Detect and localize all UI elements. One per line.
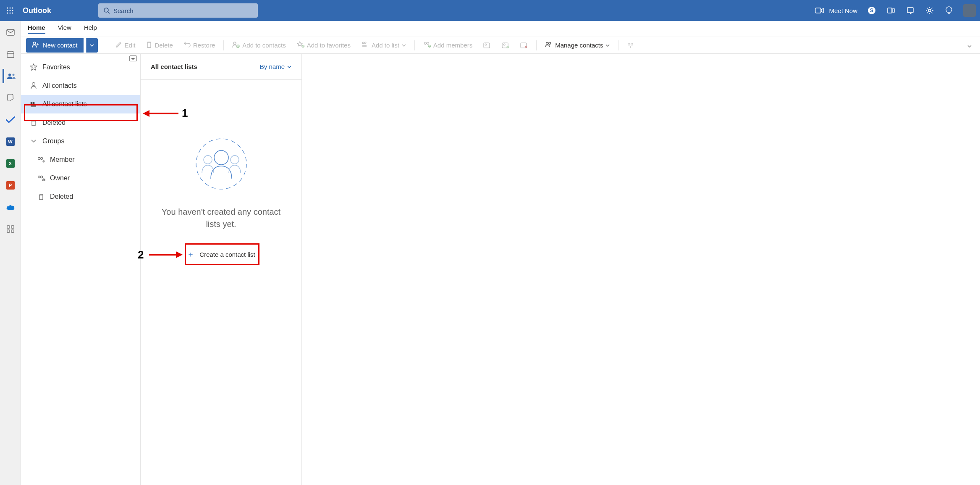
new-contact-label: New contact [43,42,78,49]
star-plus-icon [297,41,304,49]
people-list-icon [362,42,369,49]
rail-calendar-icon[interactable] [3,47,18,61]
trash-icon [29,119,38,126]
rail-files-icon[interactable] [3,91,18,105]
lightbulb-icon[interactable] [944,5,954,16]
reading-pane [302,54,980,485]
person-icon [29,82,38,90]
nav-all-contacts[interactable]: All contacts [21,76,140,95]
toolbar-overflow[interactable] [964,42,975,49]
rail-people-icon[interactable] [3,69,17,83]
skype-icon[interactable]: S [867,5,877,16]
list-pane: All contact lists By name [141,54,302,485]
svg-point-9 [104,8,108,12]
svg-point-32 [12,74,14,76]
create-contact-list-button[interactable]: ＋ Create a contact list [181,247,262,261]
nav-groups[interactable]: Groups [21,132,140,150]
nav-all-contact-lists[interactable]: All contact lists [21,95,140,113]
svg-rect-35 [7,230,10,232]
svg-line-25 [932,8,933,9]
owner-icon [37,175,45,181]
app-launcher-icon[interactable] [4,5,16,16]
svg-point-82 [231,156,239,164]
svg-line-22 [927,8,928,9]
svg-rect-58 [502,43,508,48]
svg-point-66 [628,43,630,45]
member-icon [37,157,45,163]
search-box[interactable] [98,3,258,18]
list-title: All contact lists [151,63,197,70]
svg-point-60 [507,46,508,48]
nav-owner[interactable]: Owner [21,169,140,187]
nav-deleted[interactable]: Deleted [21,113,140,132]
notes-icon[interactable] [905,5,915,16]
star-icon [29,63,38,71]
new-contact-split[interactable] [86,38,98,53]
meet-now-button[interactable]: Meet Now [815,5,857,16]
svg-line-24 [927,13,928,13]
collapse-nav-icon[interactable]: ◂▸ [129,55,137,61]
undo-icon [184,42,191,49]
svg-point-65 [549,42,551,45]
manage-contacts-button[interactable]: Manage contacts [541,42,614,49]
svg-rect-14 [888,8,892,13]
person-plus-icon [232,41,240,49]
contacts-illustration-icon [192,134,251,193]
svg-rect-11 [815,8,821,13]
settings-icon[interactable] [925,5,935,16]
add-to-contacts-button: Add to contacts [228,41,290,49]
tab-home[interactable]: Home [28,24,45,34]
rail-todo-icon[interactable] [3,113,18,127]
app-rail: W X P [0,21,21,485]
nav-favorites[interactable]: Favorites [21,58,140,76]
rail-more-apps-icon[interactable] [3,222,18,236]
new-contact-button[interactable]: New contact [26,38,84,53]
trash-icon [146,41,152,49]
svg-point-78 [41,176,43,178]
svg-point-52 [427,42,429,45]
svg-point-47 [362,42,364,44]
svg-rect-34 [11,226,14,228]
svg-rect-36 [11,230,14,232]
add-to-list-button: Add to list [357,42,410,49]
teams-icon[interactable] [886,5,896,16]
people-list-icon [29,101,38,107]
plus-icon: ＋ [187,250,194,258]
svg-point-7 [10,13,11,14]
svg-text:S: S [870,8,873,13]
svg-point-51 [424,42,426,45]
svg-point-80 [214,150,228,165]
search-input[interactable] [113,7,253,14]
profile-avatar[interactable] [963,4,976,17]
rail-mail-icon[interactable] [3,25,18,40]
svg-point-17 [928,9,931,12]
nav-member[interactable]: Member [21,150,140,169]
folder-nav: ◂▸ Favorites All contacts All contact li… [21,54,141,485]
tab-view[interactable]: View [58,24,71,34]
svg-point-6 [7,13,8,14]
svg-point-0 [7,8,8,9]
svg-rect-56 [484,43,490,48]
sort-button[interactable]: By name [260,63,291,70]
svg-point-59 [503,44,505,45]
ribbon-toolbar: New contact Edit Delete Restore Add to [21,37,980,54]
rail-word-icon[interactable]: W [3,134,18,149]
rail-excel-icon[interactable]: X [3,156,18,171]
video-icon [815,5,825,16]
trash-icon [37,193,45,200]
svg-point-75 [41,158,43,160]
nav-groups-deleted[interactable]: Deleted [21,187,140,206]
svg-point-69 [32,83,35,86]
app-name: Outlook [23,6,51,15]
svg-point-67 [631,43,633,45]
rail-onedrive-icon[interactable] [3,200,18,214]
svg-point-77 [38,176,40,178]
chevron-down-icon [29,140,38,143]
svg-point-31 [8,74,11,76]
rail-powerpoint-icon[interactable]: P [3,178,18,192]
svg-rect-27 [7,52,14,58]
edit-button: Edit [111,41,140,49]
person-add-icon [32,41,39,49]
contact-card-icon-2 [498,42,514,48]
tab-help[interactable]: Help [84,24,97,34]
